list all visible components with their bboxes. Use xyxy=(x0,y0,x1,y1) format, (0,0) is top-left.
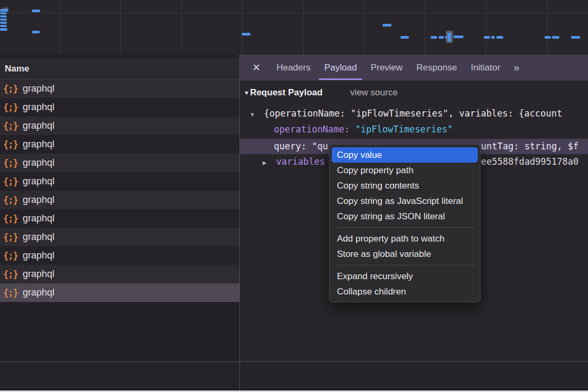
request-list-row[interactable]: {;}graphql xyxy=(0,172,239,191)
overview-request-bar xyxy=(496,36,503,39)
request-list-row[interactable]: {;}graphql xyxy=(0,265,239,283)
tab-preview[interactable]: Preview xyxy=(364,55,409,81)
devtools-network-panel: Name {;}graphql{;}graphql{;}graphql{;}gr… xyxy=(0,0,588,392)
overview-gridline xyxy=(425,0,425,55)
menu-separator xyxy=(337,265,475,265)
menu-item-copy-property-path[interactable]: Copy property path xyxy=(332,163,478,178)
query-text-right: untTag: string, $f xyxy=(481,139,578,154)
menu-item-copy-string-as-json-literal[interactable]: Copy string as JSON literal xyxy=(332,209,478,224)
menu-item-copy-string-contents[interactable]: Copy string contents xyxy=(332,178,478,193)
tab-payload[interactable]: Payload xyxy=(317,55,363,81)
overview-request-bar xyxy=(445,36,447,39)
overview-gridline xyxy=(364,0,364,55)
request-name: graphql xyxy=(23,157,55,168)
tab-initiator[interactable]: Initiator xyxy=(464,55,507,81)
request-name: graphql xyxy=(23,139,55,150)
request-list-row[interactable]: {;}graphql xyxy=(0,79,239,98)
tab-headers[interactable]: Headers xyxy=(270,55,317,81)
request-name: graphql xyxy=(23,213,55,224)
menu-item-copy-value[interactable]: Copy value xyxy=(332,147,478,163)
view-source-link[interactable]: view source xyxy=(350,87,398,98)
request-list-row[interactable]: {;}graphql xyxy=(0,246,239,265)
json-request-icon: {;} xyxy=(3,251,18,261)
overview-gridline xyxy=(120,0,121,55)
request-list-row[interactable]: {;}graphql xyxy=(0,117,239,135)
section-expanded-triangle-icon[interactable]: ▼ xyxy=(244,90,250,96)
overview-request-bar xyxy=(571,36,580,39)
menu-item-copy-string-as-javascript-literal[interactable]: Copy string as JavaScript literal xyxy=(332,193,478,209)
overview-selected-bar xyxy=(448,33,451,41)
overview-request-bar xyxy=(0,19,7,21)
request-name: graphql xyxy=(23,287,55,298)
request-name: graphql xyxy=(23,231,55,243)
status-footer xyxy=(0,362,588,389)
overview-gridline xyxy=(181,0,182,55)
overview-request-bar xyxy=(552,36,559,39)
request-name: graphql xyxy=(23,176,55,187)
request-list-row[interactable]: {;}graphql xyxy=(0,98,239,117)
request-name: graphql xyxy=(23,83,55,94)
overview-request-bar xyxy=(32,31,40,33)
json-request-icon: {;} xyxy=(3,288,18,298)
overview-request-bar xyxy=(0,15,7,17)
request-list-row[interactable]: {;}graphql xyxy=(0,135,239,154)
overview-gridline xyxy=(59,0,60,55)
overview-gridline xyxy=(486,0,486,55)
menu-item-store-as-global-variable[interactable]: Store as global variable xyxy=(332,246,478,262)
list-top-spacer xyxy=(0,55,239,58)
overview-request-bar xyxy=(0,25,7,27)
overview-request-bar xyxy=(0,12,7,14)
details-tabs: HeadersPayloadPreviewResponseInitiator xyxy=(270,55,507,81)
request-name: graphql xyxy=(23,250,55,261)
close-icon[interactable]: ✕ xyxy=(252,61,261,74)
context-menu: Copy valueCopy property pathCopy string … xyxy=(329,144,480,302)
details-tab-bar: ✕ HeadersPayloadPreviewResponseInitiator… xyxy=(240,55,588,81)
overview-request-bar xyxy=(484,36,490,39)
menu-item-collapse-children[interactable]: Collapse children xyxy=(332,284,478,299)
request-name: graphql xyxy=(23,102,55,113)
tab-response[interactable]: Response xyxy=(409,55,464,81)
overview-request-bar xyxy=(431,36,437,39)
overview-request-bar xyxy=(0,9,8,12)
overview-request-bar xyxy=(0,22,7,24)
request-name: graphql xyxy=(23,120,55,131)
json-request-icon: {;} xyxy=(3,176,18,187)
root-object-preview: {operationName: "ipFlowTimeseries", vari… xyxy=(264,108,562,119)
column-header-name[interactable]: Name xyxy=(0,58,239,79)
network-overview-timeline[interactable] xyxy=(0,0,588,55)
request-payload-section[interactable]: ▼ Request Payload view source xyxy=(244,85,398,101)
request-list: {;}graphql{;}graphql{;}graphql{;}graphql… xyxy=(0,79,239,302)
variables-preview-right: ee5588fdad995178a0 xyxy=(481,154,578,170)
request-list-row[interactable]: {;}graphql xyxy=(0,154,239,172)
overview-request-bar xyxy=(242,33,251,35)
request-list-row[interactable]: {;}graphql xyxy=(0,209,239,228)
overview-request-bar xyxy=(382,24,391,26)
overview-request-bar xyxy=(491,36,495,39)
property-key: variables xyxy=(276,156,325,167)
overview-request-bar xyxy=(545,36,551,39)
overview-request-bar xyxy=(400,36,409,39)
menu-item-add-property-path-to-watch[interactable]: Add property path to watch xyxy=(332,231,478,246)
request-list-row[interactable]: {;}graphql xyxy=(0,283,239,302)
overview-request-bar xyxy=(0,28,7,31)
request-list-row[interactable]: {;}graphql xyxy=(0,191,239,209)
overview-gridline xyxy=(303,0,304,55)
json-request-icon: {;} xyxy=(3,84,18,94)
overview-horizontal-gridline xyxy=(0,13,588,13)
json-request-icon: {;} xyxy=(3,158,18,168)
json-request-icon: {;} xyxy=(3,232,18,243)
overview-request-bar xyxy=(32,10,40,12)
payload-operationname-row[interactable]: operationName: "ipFlowTimeseries" xyxy=(240,122,588,137)
collapsed-triangle-icon[interactable]: ▶ xyxy=(263,155,271,170)
json-request-icon: {;} xyxy=(3,139,18,150)
json-request-icon: {;} xyxy=(3,195,18,206)
overview-gridline xyxy=(547,0,547,55)
menu-item-expand-recursively[interactable]: Expand recursively xyxy=(332,269,478,284)
panel-split-divider[interactable] xyxy=(239,55,240,390)
more-tabs-icon[interactable]: » xyxy=(513,61,518,74)
property-value: "ipFlowTimeseries" xyxy=(355,124,453,135)
menu-separator xyxy=(337,227,475,228)
expanded-triangle-icon[interactable]: ▼ xyxy=(251,107,259,121)
payload-root-row[interactable]: ▼ {operationName: "ipFlowTimeseries", va… xyxy=(240,106,588,121)
request-list-row[interactable]: {;}graphql xyxy=(0,228,239,246)
